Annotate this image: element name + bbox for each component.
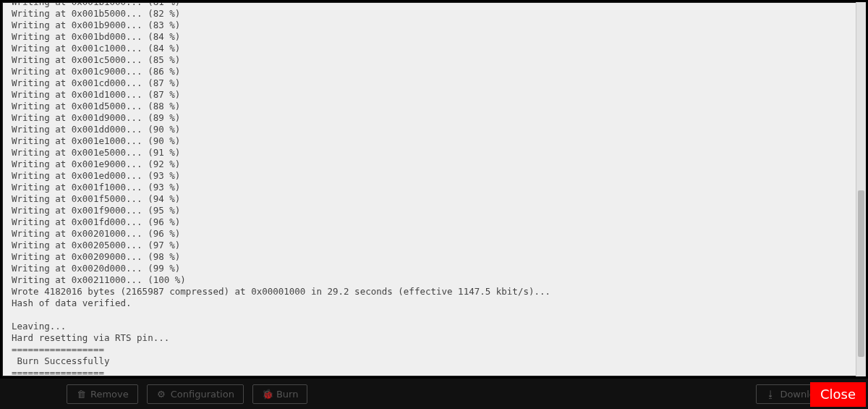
gear-icon: ⚙ <box>156 389 166 400</box>
trash-icon: 🗑 <box>76 389 86 400</box>
log-text: Writing at 0x001b1000... (81 %) Writing … <box>3 2 865 376</box>
configuration-label: Configuration <box>171 389 234 400</box>
remove-button[interactable]: 🗑 Remove <box>67 384 138 404</box>
burn-label: Burn <box>276 389 299 400</box>
bug-icon: 🐞 <box>262 389 272 400</box>
bottom-toolbar: 🗑 Remove ⚙ Configuration 🐞 Burn ⭳ Downlo… <box>0 379 868 409</box>
download-icon: ⭳ <box>765 389 775 400</box>
scrollbar-thumb[interactable] <box>858 190 864 357</box>
remove-label: Remove <box>90 389 129 400</box>
scrollbar-track[interactable] <box>856 2 866 376</box>
configuration-button[interactable]: ⚙ Configuration <box>147 384 244 404</box>
log-output-panel: Writing at 0x001b1000... (81 %) Writing … <box>2 2 866 376</box>
burn-button[interactable]: 🐞 Burn <box>252 384 308 404</box>
close-button[interactable]: Close <box>810 382 866 407</box>
